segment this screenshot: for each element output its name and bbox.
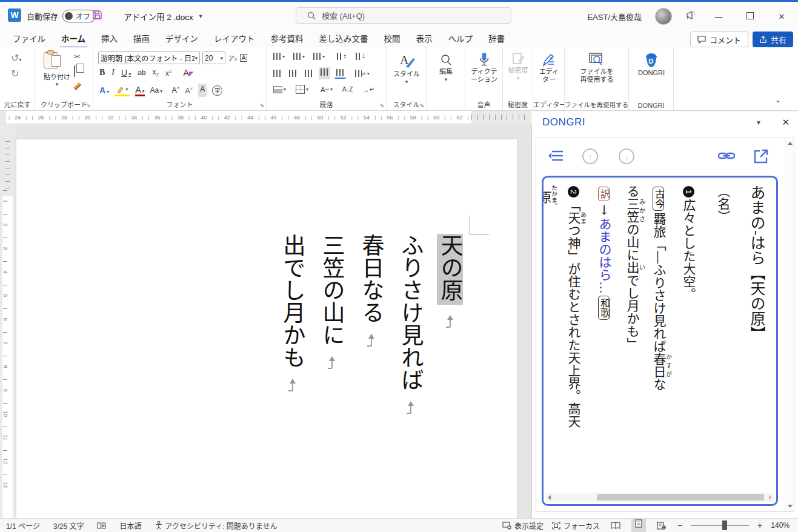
document-page[interactable]: 天の原 ふりさけ見れば 春日なる 三笠の山に 出でし月かも (16, 139, 517, 518)
grow-font-button[interactable]: A˄ (171, 85, 179, 95)
tab-0[interactable]: ファイル (5, 29, 53, 47)
scroll-right-icon[interactable] (769, 495, 772, 500)
page-indicator[interactable]: 1/1 ページ (6, 520, 40, 531)
feedback-icon[interactable] (685, 10, 696, 23)
shading-button[interactable] (271, 85, 288, 95)
zoom-level[interactable]: 140% (771, 521, 790, 530)
editing-button[interactable]: 編集 ▾ (434, 53, 458, 84)
tab-9[interactable]: 表示 (408, 29, 441, 47)
scroll-left-icon[interactable] (548, 495, 551, 500)
autosave-toggle[interactable]: オフ (62, 10, 96, 22)
phonetic-guide-button[interactable]: ア≡ (228, 53, 238, 63)
justify-button[interactable] (319, 67, 330, 79)
display-settings-button[interactable]: 表示設定 (502, 520, 544, 531)
strikethrough-button[interactable]: ab (138, 68, 145, 77)
line-spacing-button[interactable]: ⇄ (353, 68, 371, 78)
multilevel-list-button[interactable] (311, 52, 327, 61)
pane-close-icon[interactable]: ✕ (782, 117, 790, 128)
share-button[interactable]: 共有 (753, 32, 793, 47)
scroll-down-icon[interactable] (788, 505, 793, 508)
tab-6[interactable]: 参考資料 (263, 29, 311, 47)
tab-4[interactable]: デザイン (158, 29, 206, 47)
selected-text[interactable]: 天の原 (437, 234, 463, 305)
collapse-ribbon-icon[interactable]: ⌄ (775, 96, 781, 104)
next-entry-icon[interactable]: ↓ (619, 148, 634, 164)
document-title[interactable]: アドイン用 2 .docx ▼ (124, 10, 204, 22)
line-text[interactable]: ふりさけ見れば (397, 234, 424, 391)
line-text[interactable]: 出でし月かも (279, 234, 305, 368)
align-right-button[interactable] (303, 68, 314, 78)
bullets-button[interactable] (271, 52, 287, 61)
word-count[interactable]: 3/25 文字 (53, 520, 84, 531)
line-text[interactable]: 三笠の山に (319, 234, 345, 346)
zoom-slider-thumb[interactable] (722, 520, 727, 530)
document-line-3[interactable]: 三笠の山に (312, 234, 351, 519)
sensitivity-button[interactable]: 秘密度 ▾ (507, 52, 530, 82)
dongri-button[interactable]: D DONGRI (635, 52, 668, 77)
tab-3[interactable]: 描画 (125, 29, 158, 47)
document-line-1[interactable]: ふりさけ見れば (391, 234, 430, 519)
proofing-icon[interactable] (97, 522, 106, 530)
card-horizontal-scrollbar[interactable] (546, 493, 774, 502)
styles-button[interactable]: A スタイル ▾ (391, 52, 422, 86)
user-name[interactable]: EAST/大島俊哉 (587, 11, 642, 22)
shrink-font-button[interactable]: A˅ (185, 86, 193, 95)
styles-dialog-launcher[interactable]: ⇘ (419, 102, 424, 108)
focus-button[interactable]: フォーカス (552, 520, 600, 531)
align-left-button[interactable] (271, 68, 283, 78)
scroll-up-icon[interactable] (788, 142, 793, 145)
font-color-button[interactable]: A (135, 85, 144, 96)
tab-5[interactable]: レイアウト (206, 29, 263, 47)
subscript-button[interactable]: x2 (153, 68, 159, 78)
cut-button[interactable]: ✂ (74, 52, 81, 61)
align-center-button[interactable] (287, 68, 299, 78)
dictation-button[interactable]: ディクテーション (468, 52, 500, 84)
language-indicator[interactable]: 日本語 (119, 520, 141, 531)
paragraph-dialog-launcher[interactable]: ⇘ (379, 102, 384, 108)
minimize-button[interactable]: — (710, 12, 728, 21)
undo-button[interactable]: ↺▾ (11, 52, 21, 64)
autosave-control[interactable]: 自動保存 オフ (27, 10, 96, 22)
font-size-combo[interactable]: 20▾ (202, 52, 225, 64)
accessibility-status[interactable]: アクセシビリティ: 問題ありません (155, 520, 278, 531)
text-effects-button[interactable]: A (99, 85, 109, 95)
document-line-4[interactable]: 出でし月かも (273, 234, 312, 519)
sort-button[interactable]: A↓Z (341, 85, 354, 94)
previous-entry-icon[interactable]: ↑ (582, 148, 598, 164)
horizontal-ruler[interactable]: |24||26||28||30||32||34||36||38||40||42|… (0, 111, 531, 124)
distribute-button[interactable] (334, 68, 346, 79)
enclose-characters-button[interactable]: 字 (212, 85, 222, 96)
tab-11[interactable]: 辞書 (480, 29, 513, 47)
index-list-icon[interactable] (547, 148, 563, 165)
superscript-button[interactable]: x2 (165, 68, 171, 78)
pane-vertical-scrollbar[interactable] (785, 138, 794, 511)
entry-link[interactable]: あまのはら… (597, 218, 611, 294)
font-name-combo[interactable]: 游明朝 (本文のフォント - 日本語▾ (98, 52, 200, 64)
web-layout-button[interactable] (654, 520, 669, 531)
clipboard-dialog-launcher[interactable]: ⇘ (86, 102, 91, 108)
maximize-button[interactable] (741, 12, 759, 21)
font-dialog-launcher[interactable]: ⇘ (259, 102, 264, 108)
decrease-indent-button[interactable]: ↥ (335, 52, 349, 61)
comments-button[interactable]: コメント (690, 32, 748, 47)
character-scaling-button[interactable]: A⇿ (319, 85, 334, 95)
show-formatting-marks-button[interactable]: →↵ (361, 85, 376, 95)
document-text[interactable]: 天の原 ふりさけ見れば 春日なる 三笠の山に 出でし月かも (273, 234, 470, 519)
borders-button[interactable] (294, 84, 310, 95)
bold-button[interactable]: B (99, 68, 105, 78)
open-external-icon[interactable] (753, 148, 769, 167)
dictionary-entry-card[interactable]: あまの‐はら【天の原】（名）1広々とした大空。古今羇旅「―ふりさけ見れば春日かす… (542, 176, 778, 506)
document-line-0[interactable]: 天の原 (430, 234, 470, 519)
tab-2[interactable]: 挿入 (93, 29, 125, 47)
highlight-color-button[interactable] (115, 85, 130, 96)
line-text[interactable]: 春日なる (358, 234, 384, 324)
zoom-out-button[interactable]: − (677, 520, 682, 530)
pane-options-icon[interactable]: ▼ (756, 119, 762, 126)
character-border-button[interactable]: A (240, 54, 248, 62)
close-button[interactable]: ✕ (773, 12, 791, 21)
avatar[interactable] (655, 8, 672, 25)
format-painter-button[interactable] (73, 82, 81, 93)
vertical-ruler[interactable]: 12345678910111213 (0, 124, 15, 518)
tab-7[interactable]: 差し込み文書 (311, 29, 376, 47)
zoom-in-button[interactable]: + (757, 520, 762, 530)
